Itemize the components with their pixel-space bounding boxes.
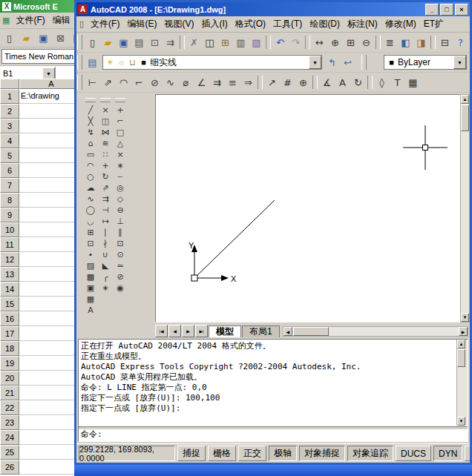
polygon-button[interactable]: ⌂ xyxy=(84,138,97,149)
autocad-menu-3[interactable]: 插入(I) xyxy=(197,18,231,30)
toolbar-grip[interactable] xyxy=(115,98,125,102)
copy-object-button[interactable]: ◫ xyxy=(99,116,112,127)
scroll-down-arrow-icon[interactable]: ▼ xyxy=(457,417,465,426)
horizontal-scrollbar[interactable]: ◀ ▶ xyxy=(283,326,468,337)
row-header-9[interactable]: 9 xyxy=(0,208,19,222)
designcenter-button[interactable]: ◧ xyxy=(398,35,413,50)
row-header-26[interactable]: 26 xyxy=(0,460,19,475)
row-header-1[interactable]: 1 xyxy=(0,89,19,104)
status-toggle-snap[interactable]: 捕捉 xyxy=(177,446,206,461)
quick-leader-button[interactable]: ↗ xyxy=(264,75,280,90)
dim-update-button[interactable]: ↻ xyxy=(350,75,366,90)
scale-button[interactable]: ⇗ xyxy=(99,182,112,194)
zoom-window-button[interactable]: ⊞ xyxy=(343,35,358,50)
dim-baseline-button[interactable]: ≡ xyxy=(225,75,240,90)
revision-cloud-button[interactable]: ☁ xyxy=(84,182,97,194)
properties-button[interactable]: ≣ xyxy=(382,35,398,50)
name-box-dropdown-icon[interactable]: ▼ xyxy=(42,67,55,79)
open-button[interactable]: ▰ xyxy=(100,35,116,50)
help-button[interactable]: ? xyxy=(453,35,468,50)
hatch-button[interactable]: ▨ xyxy=(84,260,97,271)
scroll-right-arrow-icon[interactable]: ▶ xyxy=(459,327,468,336)
zoom-previous-button[interactable]: ⊖ xyxy=(358,35,374,50)
dim-radius-button[interactable]: ⊘ xyxy=(147,75,163,90)
pan-button[interactable]: ↔ xyxy=(312,35,327,50)
model-space-viewport[interactable]: Y X xyxy=(155,94,460,323)
publish-button[interactable]: ⇉ xyxy=(163,35,178,50)
status-toggle-polar[interactable]: 极轴 xyxy=(269,446,297,461)
layer-previous-button[interactable]: ↩ xyxy=(340,55,355,70)
snap-to-midpoint-button[interactable]: △ xyxy=(114,138,127,149)
row-header-6[interactable]: 6 xyxy=(0,163,19,178)
make-block-button[interactable]: ⊡ xyxy=(84,238,97,249)
dim-aligned-button[interactable]: ⇗ xyxy=(100,75,116,90)
row-header-20[interactable]: 20 xyxy=(0,371,19,386)
zoom-realtime-button[interactable]: ⊕ xyxy=(327,35,343,50)
plot-preview-button[interactable]: ⊡ xyxy=(147,35,163,50)
row-header-10[interactable]: 10 xyxy=(0,222,19,237)
row-header-8[interactable]: 8 xyxy=(0,193,19,208)
row-header-17[interactable]: 17 xyxy=(0,326,19,341)
scroll-down-arrow-icon[interactable]: ▼ xyxy=(461,313,469,322)
qnew-button[interactable]: ▯ xyxy=(85,35,100,50)
line-button[interactable]: ╱ xyxy=(84,105,97,116)
stretch-button[interactable]: ⇉ xyxy=(99,194,112,205)
row-header-18[interactable]: 18 xyxy=(0,341,19,356)
maximize-button[interactable]: □ xyxy=(440,4,453,16)
autocad-menu-6[interactable]: 绘图(D) xyxy=(306,18,344,30)
undo-button[interactable]: ↶ xyxy=(272,35,288,50)
erase-button[interactable]: × xyxy=(99,105,112,116)
offset-button[interactable]: ≋ xyxy=(99,138,112,149)
circle-button[interactable]: ○ xyxy=(84,171,97,182)
tab-layout1[interactable]: 布局1 xyxy=(242,325,280,337)
taskbar[interactable] xyxy=(74,465,472,476)
block-editor-button[interactable]: ▧ xyxy=(249,35,264,50)
status-toggle-dyn[interactable]: DYN xyxy=(433,446,462,461)
point-button[interactable]: ∙ xyxy=(84,249,97,260)
quick-dimension-button[interactable]: ⇉ xyxy=(209,75,225,90)
select-all-corner[interactable] xyxy=(0,79,19,89)
layer-combobox[interactable]: ☀☼⊔■ 细实线 ▼ xyxy=(102,55,322,70)
snap-to-apparent-intersection-button[interactable]: ∗ xyxy=(114,160,127,171)
paste-button[interactable]: ⊞ xyxy=(217,35,233,50)
minimize-button[interactable]: _ xyxy=(425,4,439,16)
autocad-menu-1[interactable]: 编辑(E) xyxy=(123,18,160,30)
dim-diameter-button[interactable]: ⌀ xyxy=(178,75,194,90)
join-button[interactable]: ∪ xyxy=(99,249,112,260)
snap-to-parallel-button[interactable]: ∥ xyxy=(114,227,127,238)
first-tab-button[interactable]: |◀ xyxy=(155,325,168,337)
drawing-canvas[interactable]: Y X xyxy=(156,95,459,322)
status-toggle-grid[interactable]: 栅格 xyxy=(208,446,236,461)
ellipse-arc-button[interactable]: ◡ xyxy=(84,216,97,227)
row-header-19[interactable]: 19 xyxy=(0,356,19,371)
status-toggle-osnap[interactable]: 对象捕捉 xyxy=(299,446,345,461)
email-button[interactable]: ⊠ xyxy=(53,30,68,46)
snap-from-button[interactable]: ⌐ xyxy=(114,116,127,127)
command-text-area[interactable]: 正在打开 AutoCAD 2004/LT 2004 格式的文件。正在重生成模型。… xyxy=(78,339,468,442)
construction-line-button[interactable]: ╳ xyxy=(84,116,97,127)
row-header-2[interactable]: 2 xyxy=(0,104,19,119)
dim-edit-button[interactable]: ∡ xyxy=(319,75,335,90)
status-toggle-lineweight[interactable]: 线宽 xyxy=(465,446,470,461)
row-header-14[interactable]: 14 xyxy=(0,282,19,297)
snap-to-node-button[interactable]: ⊙ xyxy=(114,249,127,260)
row-header-23[interactable]: 23 xyxy=(0,415,19,430)
snap-to-center-button[interactable]: ◎ xyxy=(114,182,127,194)
cut-button[interactable]: ✗ xyxy=(186,35,202,50)
ellipse-button[interactable]: ◯ xyxy=(84,205,97,216)
prev-tab-button[interactable]: ◀ xyxy=(168,325,181,337)
layer-dropdown-arrow-icon[interactable]: ▼ xyxy=(309,56,321,69)
break-button[interactable]: ∤ xyxy=(99,238,112,249)
snap-to-quadrant-button[interactable]: ◇ xyxy=(114,194,127,205)
scroll-up-arrow-icon[interactable]: ▲ xyxy=(457,340,465,348)
row-header-16[interactable]: 16 xyxy=(0,311,19,326)
plot-button[interactable]: ▤ xyxy=(131,35,147,50)
scroll-up-arrow-icon[interactable]: ▲ xyxy=(461,95,469,104)
autocad-menu-2[interactable]: 视图(V) xyxy=(160,18,197,30)
match-properties-button[interactable]: ▥ xyxy=(233,35,249,50)
toolbar-grip[interactable] xyxy=(85,98,96,102)
snap-to-endpoint-button[interactable]: □ xyxy=(114,127,127,138)
table-button[interactable]: ▦ xyxy=(84,294,97,305)
autocad-menu-0[interactable]: 文件(F) xyxy=(87,18,123,30)
vertical-scroll-thumb[interactable] xyxy=(461,105,469,131)
